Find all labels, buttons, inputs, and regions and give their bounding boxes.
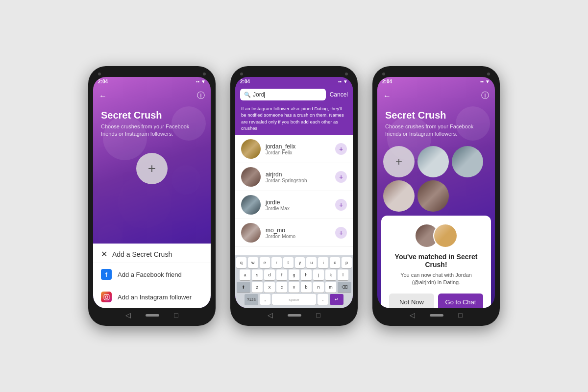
result-username-3: jordie	[266, 199, 330, 206]
signal-icon: ▼	[201, 79, 206, 84]
result-item-4[interactable]: mo_mo Jordon Momo +	[235, 219, 353, 247]
key-l[interactable]: l	[338, 270, 348, 280]
status-time-1: 2:04	[98, 79, 108, 84]
search-input-container[interactable]: 🔍 Jord	[240, 89, 326, 100]
home-pill-2[interactable]	[288, 314, 301, 317]
back-nav-icon-3[interactable]: ◁	[410, 311, 415, 319]
facebook-icon: f	[101, 269, 112, 280]
phone-1: 2:04 ▪▪ ▼ ← ⓘ Secret Crush Choose crushe…	[88, 66, 216, 326]
phone-nav-3: ◁ □	[377, 308, 495, 321]
go-to-chat-button[interactable]: Go to Chat	[438, 294, 483, 308]
result-info-4: mo_mo Jordon Momo	[266, 227, 330, 239]
key-comma[interactable]: ,	[260, 294, 270, 305]
crush-thumb-1	[417, 146, 449, 177]
result-username-4: mo_mo	[266, 227, 330, 234]
back-nav-icon-1[interactable]: ◁	[125, 311, 131, 319]
result-add-button-4[interactable]: +	[335, 227, 347, 239]
key-period[interactable]: .	[318, 294, 328, 305]
add-crush-button-3[interactable]: +	[383, 146, 415, 177]
key-space[interactable]: space	[272, 294, 316, 305]
result-avatar-3	[241, 195, 261, 215]
key-y[interactable]: y	[295, 257, 305, 268]
key-g[interactable]: g	[289, 270, 299, 280]
result-name-2: Jordan Springstroh	[266, 178, 330, 183]
result-add-button-3[interactable]: +	[335, 199, 347, 211]
phone-2: 2:04 ▪▪ ▼ 🔍 Jord Cancel If an Instagram …	[230, 66, 358, 326]
key-z[interactable]: z	[252, 282, 263, 293]
result-info-2: airjrdn Jordan Springstroh	[266, 171, 330, 183]
status-bar-2: 2:04 ▪▪ ▼	[235, 77, 353, 85]
search-bar-row: 🔍 Jord Cancel	[235, 86, 353, 103]
cancel-search-button[interactable]: Cancel	[330, 91, 348, 98]
search-info-text: If an Instagram follower also joined Dat…	[235, 103, 353, 135]
add-instagram-item[interactable]: Add an Instagram follower	[93, 286, 211, 308]
add-facebook-item[interactable]: f Add a Facebook friend	[93, 263, 211, 286]
recents-nav-icon-2[interactable]: □	[316, 311, 320, 319]
key-b[interactable]: b	[301, 282, 312, 293]
result-add-button-2[interactable]: +	[335, 171, 347, 183]
page-subtitle-1: Choose crushes from your Facebook friend…	[93, 123, 211, 138]
info-button-1[interactable]: ⓘ	[197, 91, 205, 101]
bottom-sheet-1: ✕ Add a Secret Crush f Add a Facebook fr…	[93, 244, 211, 308]
result-info-3: jordie Jordie Max	[266, 199, 330, 211]
key-i[interactable]: i	[318, 257, 328, 268]
home-pill-1[interactable]	[146, 314, 159, 317]
result-avatar-1	[241, 139, 261, 159]
key-c[interactable]: c	[276, 282, 287, 293]
home-pill-3[interactable]	[430, 314, 443, 317]
key-r[interactable]: r	[271, 257, 282, 268]
key-q[interactable]: q	[236, 257, 246, 268]
search-icon-2: 🔍	[244, 92, 251, 98]
match-dialog-container: You've matched in Secret Crush! You can …	[377, 212, 495, 308]
key-x[interactable]: x	[264, 282, 275, 293]
key-shift[interactable]: ⬆	[237, 282, 250, 293]
key-s[interactable]: s	[252, 270, 263, 280]
add-crush-button-1[interactable]: +	[136, 153, 168, 184]
key-a[interactable]: a	[240, 270, 250, 280]
key-j[interactable]: j	[313, 270, 324, 280]
recents-nav-icon-3[interactable]: □	[458, 311, 462, 319]
key-enter[interactable]: ↵	[330, 294, 343, 305]
key-o[interactable]: o	[330, 257, 340, 268]
result-item-1[interactable]: jordan_felix Jordan Felix +	[235, 135, 353, 163]
key-p[interactable]: p	[342, 257, 352, 268]
result-add-button-1[interactable]: +	[335, 143, 347, 155]
back-button-1[interactable]: ←	[99, 92, 107, 100]
screen-secret-crush-1: 2:04 ▪▪ ▼ ← ⓘ Secret Crush Choose crushe…	[93, 77, 211, 308]
result-item-2[interactable]: airjrdn Jordan Springstroh +	[235, 163, 353, 191]
add-icon-1: +	[148, 161, 156, 176]
recents-nav-icon-1[interactable]: □	[174, 311, 178, 319]
key-k[interactable]: k	[325, 270, 336, 280]
not-now-button[interactable]: Not Now	[389, 294, 434, 308]
wifi-icon: ▪▪	[196, 79, 199, 84]
svg-point-1	[105, 295, 107, 298]
key-u[interactable]: u	[306, 257, 317, 268]
status-time-2: 2:04	[240, 79, 250, 84]
back-nav-icon-2[interactable]: ◁	[268, 311, 273, 319]
key-e[interactable]: e	[260, 257, 270, 268]
match-action-buttons: Not Now Go to Chat	[389, 294, 483, 308]
key-delete[interactable]: ⌫	[338, 282, 351, 293]
key-h[interactable]: h	[301, 270, 312, 280]
screen-content-3: Secret Crush Choose crushes from your Fa…	[377, 105, 495, 212]
keyboard-row-3: ⬆ z x c v b n m ⌫	[236, 282, 352, 293]
key-n[interactable]: n	[313, 282, 324, 293]
key-d[interactable]: d	[264, 270, 275, 280]
back-button-3[interactable]: ←	[383, 92, 391, 100]
key-symbols[interactable]: ?123	[245, 294, 258, 305]
result-avatar-4	[241, 223, 261, 243]
info-button-3[interactable]: ⓘ	[481, 91, 489, 101]
key-v[interactable]: v	[289, 282, 299, 293]
result-info-1: jordan_felix Jordan Felix	[266, 143, 330, 155]
key-f[interactable]: f	[276, 270, 287, 280]
svg-point-2	[107, 295, 108, 296]
key-w[interactable]: w	[248, 257, 258, 268]
match-avatar-crush	[433, 223, 458, 248]
result-avatar-2	[241, 167, 261, 187]
key-m[interactable]: m	[325, 282, 336, 293]
key-t[interactable]: t	[283, 257, 294, 268]
result-item-3[interactable]: jordie Jordie Max +	[235, 191, 353, 219]
result-name-1: Jordan Felix	[266, 150, 330, 155]
close-sheet-button[interactable]: ✕	[101, 249, 107, 259]
on-screen-keyboard: q w e r t y u i o p a s d f g h	[235, 255, 353, 308]
